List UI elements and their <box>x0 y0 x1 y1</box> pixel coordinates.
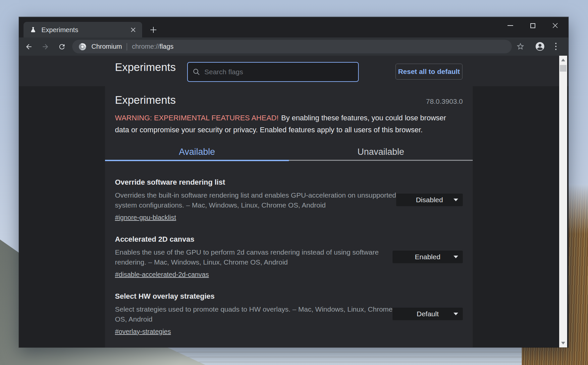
back-button[interactable] <box>22 39 36 54</box>
minimize-icon <box>508 25 513 26</box>
flag-permalink[interactable]: #disable-accelerated-2d-canvas <box>115 270 209 279</box>
scrollbar-thumb[interactable] <box>560 65 566 72</box>
plus-icon <box>150 27 156 33</box>
close-icon <box>552 23 558 29</box>
scrollbar-up-arrow[interactable] <box>559 56 567 64</box>
flag-dropdown-value: Disabled <box>416 196 443 204</box>
profile-button[interactable] <box>533 40 547 53</box>
scrollbar-down-arrow[interactable] <box>559 339 567 347</box>
browser-toolbar: Chromium chrome:// flags <box>19 37 568 56</box>
search-box <box>187 62 359 82</box>
chevron-down-icon <box>454 313 458 315</box>
flag-dropdown[interactable]: Default <box>393 308 463 320</box>
header-title: Experiments <box>115 61 176 74</box>
flag-title: Accelerated 2D canvas <box>115 235 393 244</box>
chevron-down-icon <box>454 256 458 258</box>
flag-description-line: Overrides the built-in software renderin… <box>115 190 396 200</box>
flag-description-line: Select strategies used to promote quads … <box>115 304 393 314</box>
url-scheme: chrome:// <box>132 43 159 50</box>
tab-divider <box>289 160 473 161</box>
selected-tab-underline <box>105 160 289 161</box>
flags-header-bar: Experiments Reset all to default <box>19 56 568 86</box>
forward-arrow-icon <box>41 43 49 51</box>
flags-tab-bar: Available Unavailable <box>115 144 463 161</box>
kebab-menu-icon <box>555 43 557 50</box>
browser-window: Experiments <box>19 17 568 347</box>
tab-unavailable[interactable]: Unavailable <box>289 144 473 160</box>
page-title: Experiments <box>115 93 176 107</box>
flag-description-line: Enables the use of the GPU to perform 2d… <box>115 247 393 257</box>
flag-dropdown[interactable]: Enabled <box>393 251 463 263</box>
flag-dropdown-value: Enabled <box>415 253 440 261</box>
flag-row: Select HW overlay strategies Select stra… <box>115 292 463 336</box>
menu-button[interactable] <box>549 40 562 53</box>
flag-row: Override software rendering list Overrid… <box>115 178 463 222</box>
url-path: flags <box>160 43 174 50</box>
reset-all-button[interactable]: Reset all to default <box>396 64 462 80</box>
chevron-down-icon <box>454 199 458 201</box>
flag-row: Accelerated 2D canvas Enables the use of… <box>115 235 463 279</box>
tab-title: Experiments <box>41 26 129 34</box>
flag-permalink[interactable]: #ignore-gpu-blacklist <box>115 213 176 222</box>
search-icon <box>192 68 200 76</box>
site-name: Chromium <box>91 43 122 50</box>
window-minimize-button[interactable] <box>499 19 521 32</box>
address-bar[interactable]: Chromium chrome:// flags <box>72 40 512 53</box>
window-maximize-button[interactable] <box>521 19 544 32</box>
window-close-button[interactable] <box>544 19 566 32</box>
chromium-logo-icon <box>78 42 87 51</box>
maximize-icon <box>530 23 535 28</box>
flags-body: Experiments 78.0.3903.0 WARNING: EXPERIM… <box>19 86 568 347</box>
tab-available[interactable]: Available <box>105 144 289 160</box>
warning-strong: WARNING: EXPERIMENTAL FEATURES AHEAD! <box>115 114 279 122</box>
bookmark-button[interactable] <box>514 40 527 53</box>
new-tab-button[interactable] <box>147 23 160 36</box>
flag-title: Select HW overlay strategies <box>115 292 393 301</box>
triangle-up-icon <box>561 59 565 61</box>
flag-description-line: system configurations. – Mac, Windows, L… <box>115 200 396 210</box>
version-label: 78.0.3903.0 <box>426 97 463 105</box>
page-scrollbar[interactable] <box>559 56 567 347</box>
flag-permalink[interactable]: #overlay-strategies <box>115 327 171 336</box>
flags-content: Experiments 78.0.3903.0 WARNING: EXPERIM… <box>105 86 473 347</box>
flag-dropdown[interactable]: Disabled <box>396 194 463 206</box>
window-controls <box>499 19 566 32</box>
omnibox-separator <box>127 43 127 50</box>
reload-icon <box>58 43 66 51</box>
forward-button[interactable] <box>38 39 53 54</box>
warning-text: WARNING: EXPERIMENTAL FEATURES AHEAD!By … <box>115 112 450 136</box>
reload-button[interactable] <box>55 39 69 54</box>
flag-description-line: OS, Android <box>115 314 393 324</box>
back-arrow-icon <box>25 43 33 51</box>
star-icon <box>516 42 525 51</box>
browser-tab[interactable]: Experiments <box>24 22 142 38</box>
triangle-down-icon <box>561 342 565 344</box>
tab-close-icon[interactable] <box>129 26 137 34</box>
flags-page: Experiments Reset all to default Experim… <box>19 56 568 347</box>
avatar-icon <box>535 41 545 51</box>
desktop-wallpaper: Experiments <box>0 0 588 365</box>
search-input[interactable] <box>204 68 353 76</box>
flag-dropdown-value: Default <box>417 310 439 318</box>
tab-strip: Experiments <box>19 17 568 37</box>
flag-description-line: rendering. – Mac, Windows, Linux, Chrome… <box>115 257 393 267</box>
flask-icon <box>29 26 37 33</box>
flag-title: Override software rendering list <box>115 178 396 187</box>
